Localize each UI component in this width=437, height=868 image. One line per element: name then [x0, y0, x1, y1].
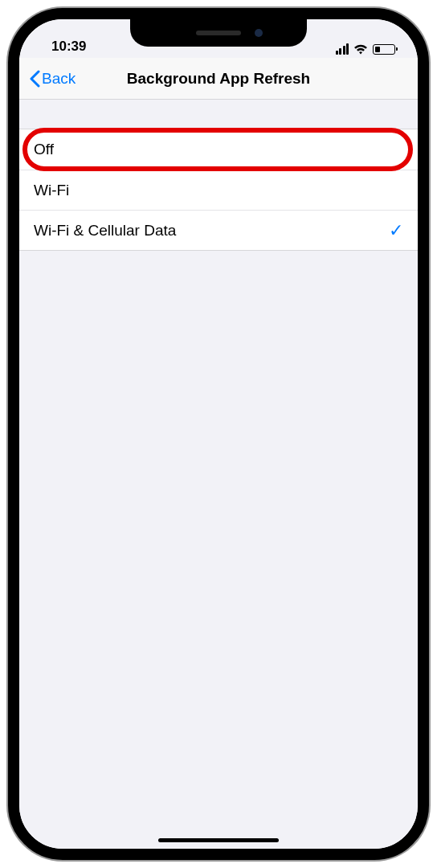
option-wifi-cellular[interactable]: Wi-Fi & Cellular Data ✓ — [19, 210, 418, 250]
highlight-annotation — [22, 128, 413, 171]
back-button[interactable]: Back — [29, 70, 76, 88]
front-camera — [255, 29, 263, 37]
cellular-signal-icon — [336, 43, 349, 55]
power-button — [418, 212, 422, 291]
chevron-left-icon — [29, 70, 40, 88]
screen: 10:39 Back Background App Refre — [19, 19, 418, 849]
battery-icon — [373, 44, 395, 55]
speaker-grille — [196, 31, 241, 35]
option-label: Off — [34, 141, 54, 158]
option-label: Wi-Fi — [34, 182, 69, 199]
notch — [130, 19, 307, 47]
page-title: Background App Refresh — [127, 70, 310, 88]
status-indicators — [336, 43, 396, 55]
checkmark-icon: ✓ — [389, 220, 403, 241]
home-indicator[interactable] — [158, 838, 279, 842]
option-label: Wi-Fi & Cellular Data — [34, 222, 176, 240]
option-off[interactable]: Off — [19, 129, 418, 170]
status-time: 10:39 — [47, 39, 86, 55]
option-wifi[interactable]: Wi-Fi — [19, 170, 418, 210]
content-area: Off Wi-Fi Wi-Fi & Cellular Data ✓ — [19, 100, 418, 849]
back-label: Back — [42, 70, 76, 88]
options-list: Off Wi-Fi Wi-Fi & Cellular Data ✓ — [19, 129, 418, 251]
nav-bar: Back Background App Refresh — [19, 58, 418, 100]
wifi-icon — [353, 43, 368, 55]
phone-frame: 10:39 Back Background App Refre — [8, 8, 429, 860]
